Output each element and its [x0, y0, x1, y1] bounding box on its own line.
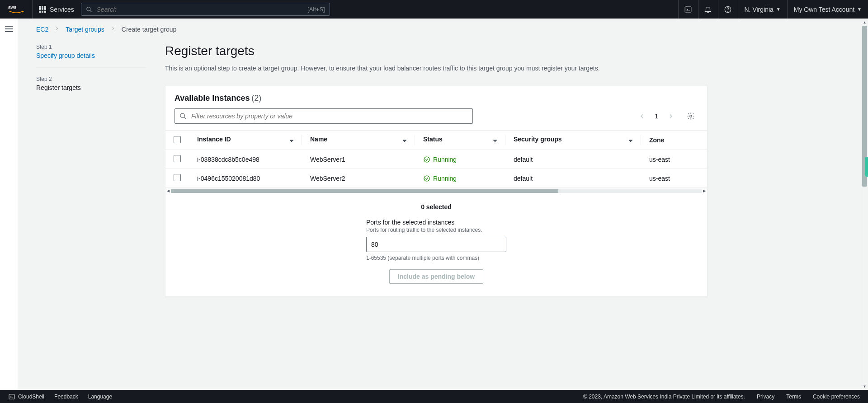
- svg-point-1: [86, 7, 90, 10]
- svg-point-7: [180, 113, 184, 117]
- col-instance-id[interactable]: Instance ID: [189, 131, 302, 150]
- row-checkbox[interactable]: [174, 174, 181, 181]
- panel-count: (2): [251, 94, 261, 103]
- wizard-steps: Step 1 Specify group details Step 2 Regi…: [36, 44, 147, 297]
- pager-next-button[interactable]: [666, 112, 675, 121]
- account-selector[interactable]: My Own Test Account ▼: [787, 0, 868, 19]
- notifications-button[interactable]: [698, 0, 718, 19]
- page-title: Register targets: [165, 44, 708, 58]
- table-scroll: Instance ID Name Status Security groups …: [165, 130, 707, 193]
- gear-icon: [687, 112, 695, 120]
- below-table-area: 0 selected Ports for the selected instan…: [165, 193, 707, 296]
- help-panel-tab[interactable]: [865, 157, 868, 177]
- scroll-down-arrow[interactable]: ▼: [861, 383, 868, 390]
- panel-title: Available instances: [175, 94, 250, 103]
- cell-security-group: default: [505, 150, 641, 169]
- cell-zone: us-east: [641, 169, 707, 188]
- breadcrumb: EC2 Target groups Create target group: [18, 19, 868, 37]
- col-zone[interactable]: Zone: [641, 131, 707, 150]
- search-input[interactable]: [97, 6, 307, 13]
- select-all-checkbox[interactable]: [174, 136, 181, 143]
- step-2-title: Register targets: [36, 84, 147, 91]
- svg-point-6: [728, 11, 728, 11]
- crumb-current: Create target group: [122, 26, 176, 33]
- scroll-thumb[interactable]: [171, 189, 558, 193]
- svg-point-9: [690, 115, 692, 117]
- step-1-link[interactable]: Specify group details: [36, 52, 147, 59]
- caret-down-icon: ▼: [776, 7, 781, 12]
- filter-input[interactable]: [191, 112, 468, 120]
- ports-label: Ports for the selected instances: [366, 219, 506, 226]
- search-hotkey: [Alt+S]: [307, 6, 325, 13]
- app-body: EC2 Target groups Create target group St…: [0, 19, 868, 390]
- sort-icon: [289, 137, 294, 145]
- services-label: Services: [50, 6, 74, 13]
- account-label: My Own Test Account: [794, 6, 854, 13]
- region-label: N. Virginia: [745, 6, 774, 13]
- sort-icon: [493, 137, 497, 145]
- svg-text:aws: aws: [8, 5, 16, 9]
- col-checkbox-header: [165, 131, 189, 150]
- ports-input[interactable]: [366, 237, 506, 252]
- content-column: Register targets This is an optional ste…: [165, 44, 708, 297]
- scroll-up-arrow[interactable]: ▲: [861, 19, 868, 26]
- search-icon: [179, 112, 187, 120]
- filter-input-wrap[interactable]: [175, 108, 473, 124]
- cell-name: WebServer2: [302, 169, 415, 188]
- table-settings-button[interactable]: [684, 109, 698, 123]
- crumb-ec2[interactable]: EC2: [36, 26, 48, 33]
- bell-icon: [704, 5, 712, 14]
- terminal-icon: [684, 5, 692, 14]
- scroll-track[interactable]: [171, 189, 702, 193]
- check-circle-icon: [423, 175, 430, 182]
- cell-name: WebServer1: [302, 150, 415, 169]
- sort-icon: [628, 137, 633, 145]
- caret-down-icon: ▼: [857, 7, 862, 12]
- step-2: Step 2 Register targets: [36, 68, 147, 99]
- panel-header: Available instances (2): [165, 86, 707, 103]
- horizontal-scrollbar[interactable]: ◀ ▶: [165, 188, 707, 193]
- aws-logo[interactable]: aws: [0, 0, 33, 19]
- help-button[interactable]: [718, 0, 738, 19]
- cloudshell-icon-button[interactable]: [678, 0, 698, 19]
- filter-row: 1: [165, 103, 707, 130]
- scroll-right-arrow[interactable]: ▶: [702, 188, 707, 193]
- col-name[interactable]: Name: [302, 131, 415, 150]
- include-pending-button[interactable]: Include as pending below: [389, 269, 483, 284]
- status-badge: Running: [423, 175, 497, 182]
- table-row: i-0496c155020081d80 WebServer2 Running d…: [165, 169, 707, 188]
- chevron-right-icon: [110, 25, 116, 33]
- row-checkbox[interactable]: [174, 155, 181, 162]
- help-icon: [724, 5, 732, 14]
- svg-line-8: [184, 117, 186, 119]
- ports-help: Ports for routing traffic to the selecte…: [366, 227, 506, 233]
- crumb-target-groups[interactable]: Target groups: [66, 26, 104, 33]
- svg-rect-3: [685, 7, 691, 12]
- search-icon: [86, 6, 92, 13]
- chevron-right-icon: [668, 113, 674, 119]
- status-badge: Running: [423, 156, 497, 163]
- region-selector[interactable]: N. Virginia ▼: [738, 0, 787, 19]
- col-status[interactable]: Status: [415, 131, 505, 150]
- scroll-left-arrow[interactable]: ◀: [165, 188, 171, 193]
- cell-security-group: default: [505, 169, 641, 188]
- menu-toggle-button[interactable]: [5, 26, 13, 32]
- step-1-num: Step 1: [36, 44, 147, 50]
- grid-icon: [39, 6, 46, 13]
- vertical-scrollbar[interactable]: ▲ ▼: [861, 19, 868, 390]
- selected-count: 0 selected: [175, 203, 698, 211]
- cell-zone: us-east: [641, 150, 707, 169]
- svg-point-11: [424, 176, 429, 181]
- instances-table: Instance ID Name Status Security groups …: [165, 131, 707, 188]
- global-search[interactable]: [Alt+S]: [81, 3, 330, 16]
- services-menu-button[interactable]: Services: [33, 0, 81, 19]
- page-subtitle: This is an optional step to create a tar…: [165, 64, 708, 73]
- pager-page-number[interactable]: 1: [653, 112, 660, 120]
- table-header-row: Instance ID Name Status Security groups …: [165, 131, 707, 150]
- top-nav: aws Services [Alt+S] N. Virginia ▼ My Ow…: [0, 0, 868, 19]
- pager-prev-button[interactable]: [637, 112, 646, 121]
- col-security-groups[interactable]: Security groups: [505, 131, 641, 150]
- left-rail: [0, 19, 18, 390]
- ports-hint: 1-65535 (separate multiple ports with co…: [366, 255, 506, 261]
- chevron-left-icon: [639, 113, 645, 119]
